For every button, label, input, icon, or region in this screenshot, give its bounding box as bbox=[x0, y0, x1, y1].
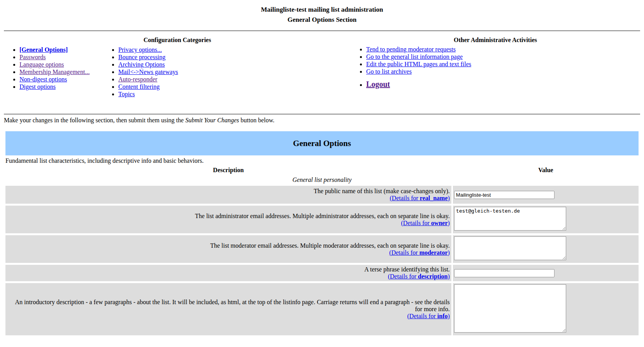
section-banner: General Options bbox=[5, 131, 639, 155]
moderator-textarea[interactable] bbox=[454, 236, 566, 260]
real-name-input[interactable] bbox=[454, 191, 555, 199]
link-privacy-options[interactable]: Privacy options... bbox=[118, 46, 162, 53]
info-description: An introductory description - a few para… bbox=[9, 299, 450, 313]
link-content-filtering[interactable]: Content filtering bbox=[118, 83, 160, 90]
admin-activities-list: Tend to pending moderator requests Go to… bbox=[351, 46, 640, 88]
table-row-info: An introductory description - a few para… bbox=[5, 283, 639, 335]
nav-item-list-archives: Go to list archives bbox=[366, 68, 640, 75]
middle-divider bbox=[4, 114, 640, 114]
category-list-2: Privacy options... Bounce processing Arc… bbox=[103, 46, 178, 98]
subtitle-row: Fundamental list characteristics, includ… bbox=[5, 157, 639, 164]
general-options-table: General Options Fundamental list charact… bbox=[4, 129, 640, 337]
real-name-description-cell: The public name of this list (make case-… bbox=[5, 186, 451, 204]
category-list-1: [General Options] Passwords Language opt… bbox=[4, 46, 103, 98]
link-bounce-processing[interactable]: Bounce processing bbox=[118, 54, 165, 60]
group-label: General list personality bbox=[5, 176, 639, 184]
nav-item-mail-news-gateways: Mail<->News gateways bbox=[118, 69, 178, 76]
link-non-digest-options[interactable]: Non-digest options bbox=[19, 76, 67, 83]
details-link-real-name[interactable]: (Details for real_name) bbox=[390, 195, 450, 201]
page-header: Mailingliste-test mailing list administr… bbox=[4, 5, 640, 25]
link-digest-options[interactable]: Digest options bbox=[19, 83, 56, 90]
nav-item-list-info-page: Go to the general list information page bbox=[366, 53, 640, 60]
nav-item-content-filtering: Content filtering bbox=[118, 83, 178, 90]
nav-item-digest-options: Digest options bbox=[19, 83, 103, 90]
link-edit-public-html[interactable]: Edit the public HTML pages and text file… bbox=[366, 61, 471, 67]
column-header-row: Description Value bbox=[5, 166, 639, 174]
link-auto-responder[interactable]: Auto-responder bbox=[118, 76, 157, 83]
real-name-value-cell bbox=[453, 186, 639, 204]
description-column-header: Description bbox=[5, 166, 451, 174]
info-description-cell: An introductory description - a few para… bbox=[5, 283, 451, 335]
nav-item-language-options: Language options bbox=[19, 61, 103, 68]
link-language-options[interactable]: Language options bbox=[19, 61, 64, 68]
nav-item-membership-management: Membership Management... bbox=[19, 69, 103, 76]
description-description: A terse phrase identifying this list. bbox=[9, 266, 450, 273]
instructions-emphasis: Submit Your Changes bbox=[185, 117, 239, 123]
link-topics[interactable]: Topics bbox=[118, 91, 135, 97]
section-subtitle: Fundamental list characteristics, includ… bbox=[5, 157, 639, 164]
info-textarea[interactable] bbox=[454, 284, 566, 333]
real-name-description: The public name of this list (make case-… bbox=[9, 188, 450, 195]
nav-item-logout: Logout bbox=[366, 81, 640, 88]
owner-value-cell: test@gleich-testen.de bbox=[453, 206, 639, 233]
link-mail-news-gateways[interactable]: Mail<->News gateways bbox=[118, 69, 178, 75]
owner-description-cell: The list administrator email addresses. … bbox=[5, 206, 451, 233]
other-admin-activities-heading: Other Administrative Activities bbox=[351, 37, 640, 44]
nav-item-edit-html: Edit the public HTML pages and text file… bbox=[366, 61, 640, 68]
configuration-categories-columns: [General Options] Passwords Language opt… bbox=[4, 44, 351, 98]
info-value-cell bbox=[453, 283, 639, 335]
description-value-cell bbox=[453, 265, 639, 281]
details-link-description[interactable]: (Details for description) bbox=[388, 273, 450, 280]
details-link-info[interactable]: (Details for info) bbox=[407, 313, 450, 319]
nav-item-non-digest-options: Non-digest options bbox=[19, 76, 103, 83]
link-pending-moderator-requests[interactable]: Tend to pending moderator requests bbox=[366, 46, 456, 53]
link-membership-management[interactable]: Membership Management... bbox=[19, 69, 89, 75]
page-subtitle: General Options Section bbox=[4, 15, 640, 25]
nav-item-general-options: [General Options] bbox=[19, 46, 103, 53]
moderator-value-cell bbox=[453, 235, 639, 263]
nav-item-topics: Topics bbox=[118, 91, 178, 98]
instructions-prefix: Make your changes in the following secti… bbox=[4, 117, 185, 123]
nav-item-privacy-options: Privacy options... bbox=[118, 46, 178, 53]
link-general-options[interactable]: [General Options] bbox=[19, 46, 68, 53]
details-link-owner[interactable]: (Details for owner) bbox=[401, 220, 450, 226]
nav-item-auto-responder: Auto-responder bbox=[118, 76, 178, 83]
details-link-moderator[interactable]: (Details for moderator) bbox=[389, 249, 450, 256]
link-list-archives[interactable]: Go to list archives bbox=[366, 68, 412, 75]
top-divider bbox=[4, 30, 640, 31]
table-row-description: A terse phrase identifying this list. (D… bbox=[5, 265, 639, 281]
moderator-description-cell: The list moderator email addresses. Mult… bbox=[5, 235, 451, 263]
description-input[interactable] bbox=[454, 269, 555, 277]
link-archiving-options[interactable]: Archiving Options bbox=[118, 61, 165, 68]
nav-area: Configuration Categories [General Option… bbox=[4, 33, 640, 98]
logout-link[interactable]: Logout bbox=[366, 80, 390, 88]
configuration-categories: Configuration Categories [General Option… bbox=[4, 33, 351, 98]
table-row-owner: The list administrator email addresses. … bbox=[5, 206, 639, 233]
table-row-real-name: The public name of this list (make case-… bbox=[5, 186, 639, 204]
instructions-text: Make your changes in the following secti… bbox=[4, 117, 640, 124]
nav-item-passwords: Passwords bbox=[19, 54, 103, 61]
nav-item-bounce-processing: Bounce processing bbox=[118, 54, 178, 61]
nav-item-pending-requests: Tend to pending moderator requests bbox=[366, 46, 640, 53]
owner-textarea[interactable]: test@gleich-testen.de bbox=[454, 207, 566, 231]
page-title: Mailingliste-test mailing list administr… bbox=[4, 5, 640, 15]
configuration-categories-heading: Configuration Categories bbox=[4, 37, 351, 44]
table-row-moderator: The list moderator email addresses. Mult… bbox=[5, 235, 639, 263]
group-label-row: General list personality bbox=[5, 176, 639, 184]
instructions-suffix: button below. bbox=[239, 117, 274, 123]
description-description-cell: A terse phrase identifying this list. (D… bbox=[5, 265, 451, 281]
moderator-description: The list moderator email addresses. Mult… bbox=[9, 242, 450, 249]
owner-description: The list administrator email addresses. … bbox=[9, 213, 450, 220]
link-general-list-information[interactable]: Go to the general list information page bbox=[366, 53, 463, 60]
value-column-header: Value bbox=[453, 166, 639, 174]
banner-row: General Options bbox=[5, 131, 639, 155]
link-passwords[interactable]: Passwords bbox=[19, 54, 46, 60]
other-admin-activities: Other Administrative Activities Tend to … bbox=[351, 33, 640, 98]
nav-item-archiving-options: Archiving Options bbox=[118, 61, 178, 68]
